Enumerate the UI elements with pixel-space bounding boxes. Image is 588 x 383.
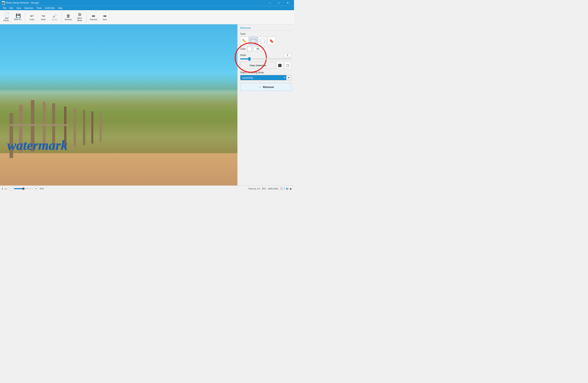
dilate-slider-thumb[interactable] — [248, 57, 251, 61]
next-icon: ➡ — [103, 14, 106, 18]
zoom-in-button[interactable]: + — [34, 187, 38, 191]
previous-button[interactable]: ⬅ Previous — [88, 11, 99, 24]
menu-edit[interactable]: Edit — [8, 6, 15, 10]
panel-header: Remove — [237, 24, 294, 31]
zoom-fill — [14, 188, 23, 189]
redo-button[interactable]: ↪ Redo — [38, 11, 48, 24]
select-save-button[interactable]: ⬛ — [276, 62, 283, 69]
zoom-percent-label: 47% — [40, 188, 44, 190]
status-facebook-icon[interactable]: f — [284, 187, 285, 190]
next-button[interactable]: ➡ Next — [100, 11, 110, 24]
status-social-icons: ⓘ f 🐦 ▶ — [280, 187, 292, 190]
menu-help[interactable]: Help — [57, 6, 64, 10]
title-bar: 📷 Photo Stamp Remover - thin.jpg* ─ □ ✕ — [0, 0, 294, 6]
close-button[interactable]: ✕ — [283, 0, 292, 6]
maximize-button[interactable]: □ — [274, 0, 283, 6]
menu-softorbits[interactable]: SoftOrbits — [43, 6, 56, 10]
redo-icon: ↪ — [42, 14, 45, 18]
main-area: watermark Remove Tools ✏️ — [0, 24, 294, 186]
status-twitter-icon[interactable]: 🐦 — [286, 187, 289, 190]
menu-bar: File Edit View Selection Tools SoftOrbit… — [0, 6, 294, 10]
status-info-btn[interactable]: ⓘ — [280, 187, 283, 190]
dropdown-arrow[interactable]: ▼ — [286, 75, 291, 80]
inpaint-button: 🖌 Inpaint — [49, 11, 60, 24]
menu-file[interactable]: File — [1, 6, 8, 10]
inpaint-icon: 🖌 — [52, 14, 57, 18]
select-save-icon: ⬛ — [278, 64, 282, 67]
color-value-input[interactable] — [253, 47, 263, 51]
remove-button-label: Remove — [263, 85, 274, 88]
remove-icon: 🗑 — [66, 14, 70, 18]
rect-select-tool-button[interactable] — [249, 37, 257, 45]
add-files-icon: 📄 — [4, 13, 9, 17]
right-panel: Remove Tools ✏️ 🔖 — [237, 24, 294, 186]
zoom-out-button[interactable]: − — [9, 187, 13, 191]
color-label: Color — [240, 48, 246, 50]
dilate-slider-fill — [240, 58, 250, 60]
save-icon: 💾 — [16, 14, 21, 18]
dilate-slider-track[interactable] — [240, 58, 291, 60]
undo-icon: ↩ — [30, 14, 34, 18]
remove-button[interactable]: → Remove — [240, 83, 291, 91]
minimize-button[interactable]: ─ — [265, 0, 274, 6]
previous-icon: ⬅ — [92, 14, 95, 18]
remove-toolbar-button[interactable]: 🗑 Remove — [63, 11, 74, 24]
dilate-label: Dilate — [240, 54, 246, 57]
toolbar-separator-1 — [25, 12, 25, 22]
batch-mode-button[interactable]: ⚙ BatchMode — [74, 11, 85, 24]
select-load-button[interactable]: 📋 — [284, 62, 291, 69]
menu-selection[interactable]: Selection — [23, 6, 35, 10]
time-label: Time (s): 2.0 — [248, 188, 260, 190]
format-label: JPG — [262, 188, 266, 190]
lasso-tool-button[interactable] — [258, 37, 267, 45]
dimensions-label: 1920×1281 — [268, 188, 278, 190]
menu-view[interactable]: View — [15, 6, 23, 10]
pencil-tool-button[interactable]: ✏️ — [240, 37, 249, 45]
tools-row: ✏️ 🔖 — [240, 37, 291, 45]
save-as-button[interactable]: 💾 Save as... — [13, 11, 23, 24]
mode-label: Object Removing Mode — [240, 71, 291, 74]
image-canvas[interactable]: watermark — [0, 24, 237, 186]
zoom-thumb[interactable] — [22, 188, 24, 190]
status-bar: ℹ ▭ − + 47% Time (s): 2.0 JPG 1920×1281 … — [0, 186, 294, 192]
toolbar-separator-2 — [61, 12, 62, 22]
select-load-icon: 📋 — [286, 64, 290, 67]
stamp-icon: 🔖 — [269, 39, 274, 43]
status-info-icon[interactable]: ℹ — [2, 187, 3, 190]
remove-arrow-icon: → — [257, 85, 261, 89]
menu-tools[interactable]: Tools — [35, 6, 43, 10]
clear-sel-row: Clear Selection ⬛ 📋 — [240, 62, 291, 69]
mode-dropdown[interactable]: Inpainting Content-Aware Fill Texture Sy… — [240, 75, 286, 80]
undo-button[interactable]: ↩ Undo — [27, 11, 37, 24]
window-controls: ─ □ ✕ — [265, 0, 292, 6]
dilate-input[interactable] — [284, 53, 291, 57]
toolbar-separator-3 — [86, 12, 87, 22]
tools-label: Tools — [240, 33, 291, 35]
batch-icon: ⚙ — [78, 13, 82, 17]
toolbar: 📄 Add File(s)... 💾 Save as... ↩ Undo ↪ R… — [0, 10, 294, 24]
lasso-icon — [259, 38, 266, 44]
pencil-icon: ✏️ — [242, 39, 247, 43]
color-row: Color — [240, 47, 291, 51]
window-title: Photo Stamp Remover - thin.jpg* — [6, 1, 265, 4]
zoom-controls: − + — [9, 187, 38, 191]
canvas-area[interactable]: watermark — [0, 24, 237, 186]
watermark-overlay: watermark — [7, 137, 68, 153]
status-youtube-icon[interactable]: ▶ — [290, 187, 292, 190]
zoom-slider[interactable] — [14, 188, 33, 189]
stamp-tool-button[interactable]: 🔖 — [267, 37, 276, 45]
dilate-row: Dilate — [240, 53, 291, 57]
clear-selection-button[interactable]: Clear Selection — [240, 62, 275, 69]
color-picker[interactable] — [247, 47, 252, 51]
status-rect-icon[interactable]: ▭ — [5, 187, 7, 190]
tools-section: Tools ✏️ 🔖 — [237, 31, 294, 93]
rect-select-icon — [251, 39, 256, 43]
app-icon: 📷 — [2, 1, 5, 4]
dropdown-row: Inpainting Content-Aware Fill Texture Sy… — [240, 75, 291, 80]
add-files-button[interactable]: 📄 Add File(s)... — [1, 11, 12, 24]
